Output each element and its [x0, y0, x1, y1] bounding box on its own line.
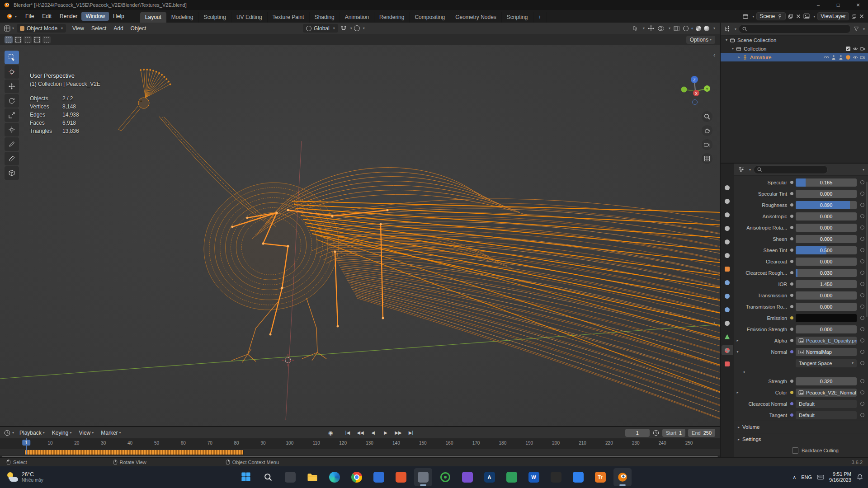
taskbar-app-app-dark[interactable]	[281, 468, 299, 486]
taskbar-app-app-orange[interactable]: Tr	[591, 468, 609, 486]
decorator-dot[interactable]	[860, 402, 864, 406]
editor-type-button[interactable]	[4, 25, 11, 32]
gizmo-y-neg-ball[interactable]	[681, 87, 687, 93]
outliner-item-collection[interactable]: ▾Collection	[721, 44, 868, 53]
chevron-down-icon[interactable]: ▾	[749, 168, 751, 172]
taskbar-app-app-blue[interactable]	[370, 468, 388, 486]
decorator-dot[interactable]	[860, 203, 864, 207]
expander-arrow[interactable]: ▾	[723, 38, 730, 42]
taskbar-app-app-green[interactable]	[503, 468, 521, 486]
decorator-dot[interactable]	[860, 282, 864, 286]
menu-render[interactable]: Render	[56, 12, 81, 21]
workspace-tab-shading[interactable]: Shading	[310, 12, 340, 23]
close-button[interactable]: ✕	[848, 0, 868, 10]
chevron-down-icon[interactable]: ▾	[12, 431, 14, 435]
maximize-button[interactable]: □	[828, 0, 848, 10]
decorator-dot[interactable]	[860, 214, 864, 218]
value-slider-specular[interactable]: 0.165	[796, 178, 857, 187]
chevron-down-icon[interactable]: ▾	[669, 26, 670, 30]
properties-tab-particles[interactable]	[722, 291, 733, 301]
properties-editor-icon[interactable]	[738, 166, 745, 173]
properties-tab-physics[interactable]	[722, 305, 733, 314]
value-slider-transmission-ro[interactable]: 0.000	[796, 303, 857, 311]
menu-window[interactable]: Window	[81, 12, 109, 21]
decorator-dot[interactable]	[860, 271, 864, 275]
jump-to-start-button[interactable]: |◀	[342, 430, 354, 436]
decorator-dot[interactable]	[860, 225, 864, 230]
menu-help[interactable]: Help	[109, 12, 128, 21]
camera-view-icon[interactable]	[702, 139, 712, 150]
taskbar-app-file-explorer[interactable]	[303, 468, 321, 486]
properties-tab-view-layer[interactable]	[722, 223, 733, 233]
navigation-gizmo[interactable]: Z X Y	[678, 73, 712, 108]
expand-arrow[interactable]: ▸	[734, 338, 741, 343]
clock-widget[interactable]: 9:51 PM 9/16/2023	[829, 471, 851, 483]
workspace-tab-texture-paint[interactable]: Texture Paint	[268, 12, 310, 23]
workspace-tab-compositing[interactable]: Compositing	[410, 12, 450, 23]
workspace-tab-layout[interactable]: Layout	[140, 12, 166, 23]
viewlayer-browse-icon[interactable]	[803, 13, 810, 19]
filter-icon[interactable]	[853, 26, 859, 32]
decorator-dot[interactable]	[860, 237, 864, 241]
select-mode-subtract[interactable]	[24, 36, 32, 43]
material-preview-icon[interactable]	[696, 26, 701, 31]
tool-scale[interactable]	[5, 108, 19, 122]
taskbar-app-app-teal[interactable]	[569, 468, 587, 486]
decorator-dot[interactable]	[860, 361, 864, 365]
properties-scrollbar[interactable]	[866, 182, 868, 317]
taskbar-app-app-black[interactable]	[547, 468, 565, 486]
previous-keyframe-button[interactable]: ◀◀	[354, 430, 366, 436]
texture-field-alpha[interactable]: Peacock_E_Opacity.png	[796, 337, 857, 345]
timeline-menu-playback[interactable]: Playback▾	[16, 428, 48, 437]
frame-ruler[interactable]: 1 10203040506070809010011012013014015016…	[0, 439, 720, 449]
value-slider-ior[interactable]: 1.450	[796, 280, 857, 288]
menu-field-tangent-space[interactable]: Tangent Space▾	[796, 359, 857, 367]
tool-measure[interactable]	[5, 152, 19, 165]
taskbar-app-edge[interactable]	[326, 468, 344, 486]
selectability-icon[interactable]	[632, 25, 639, 32]
menu-field-tangent[interactable]: Default	[796, 411, 857, 419]
hidden-icons-chevron[interactable]: ∧	[793, 474, 796, 480]
chevron-down-icon[interactable]: ▾	[813, 14, 815, 19]
taskbar-app-chrome[interactable]	[348, 468, 366, 486]
zoom-icon[interactable]	[702, 111, 712, 122]
decorator-dot[interactable]	[860, 338, 864, 343]
workspace-tab-geometry-nodes[interactable]: Geometry Nodes	[450, 12, 502, 23]
pin-icon[interactable]	[777, 14, 783, 19]
tool-rotate[interactable]	[5, 94, 19, 108]
outliner-search-input[interactable]	[739, 24, 851, 33]
viewport-menu-view[interactable]: View	[69, 24, 88, 33]
chevron-down-icon[interactable]: ▾	[735, 27, 736, 31]
decorator-dot[interactable]	[860, 192, 864, 196]
value-slider-strength[interactable]: 0.320	[796, 377, 857, 385]
properties-tab-tool[interactable]	[722, 183, 733, 192]
expander-arrow[interactable]: ▾	[730, 47, 736, 51]
start-frame-field[interactable]: Start 1	[662, 429, 685, 437]
properties-tab-modifiers[interactable]	[722, 277, 733, 287]
pan-hand-icon[interactable]	[702, 125, 712, 136]
expander-arrow[interactable]: ▸	[736, 55, 742, 59]
color-swatch-emission[interactable]	[796, 314, 857, 322]
notification-bell-icon[interactable]	[856, 474, 863, 481]
taskbar-app-app-navy[interactable]: A	[481, 468, 499, 486]
sidebar-toggle-arrow[interactable]: ‹	[713, 52, 715, 58]
select-mode-invert[interactable]	[33, 36, 41, 43]
minimize-button[interactable]: –	[808, 0, 828, 10]
value-slider-clearcoat[interactable]: 0.000	[796, 258, 857, 266]
value-slider-sheen-tint[interactable]: 0.500	[796, 246, 857, 254]
end-frame-field[interactable]: End 250	[688, 429, 715, 437]
section-volume[interactable]: ▸Volume	[734, 421, 868, 433]
gizmo-z-neg-ball[interactable]	[693, 100, 698, 105]
jump-to-end-button[interactable]: ▶|	[405, 430, 417, 436]
value-slider-transmission[interactable]: 0.000	[796, 291, 857, 300]
filter-dropdown[interactable]: ▾	[863, 27, 865, 31]
menu-edit[interactable]: Edit	[38, 12, 56, 21]
tool-annotate[interactable]	[5, 137, 19, 151]
show-overlays-icon[interactable]	[657, 25, 665, 32]
workspace-tab-sculpting[interactable]: Sculpting	[199, 12, 231, 23]
workspace-tab-uv-editing[interactable]: UV Editing	[231, 12, 268, 23]
solid-shading-active[interactable]	[691, 28, 693, 29]
play-button[interactable]: ▶	[380, 430, 392, 436]
eye-icon[interactable]	[853, 55, 858, 60]
timeline-menu-marker[interactable]: Marker▾	[97, 428, 124, 437]
